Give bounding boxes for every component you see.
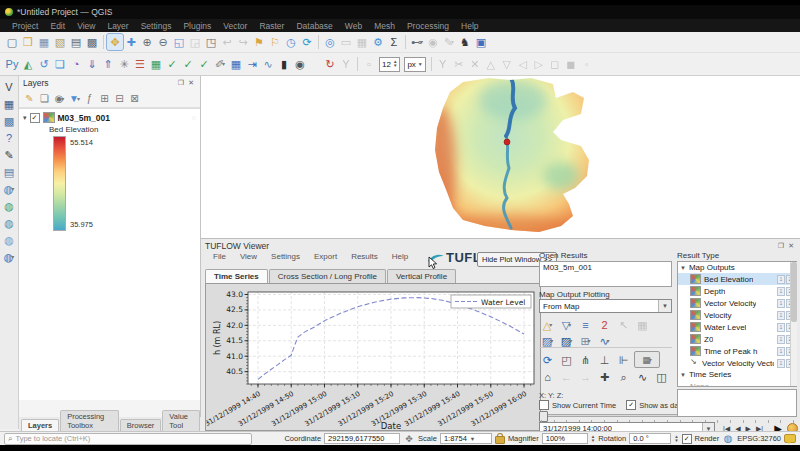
ascii-grid-icon[interactable]: ▦ [228,56,244,72]
time-series-group[interactable]: ▼ Time Series [678,369,796,380]
menu-item[interactable]: Mesh [368,21,401,31]
epsg-code[interactable]: EPSG:32760 [737,434,781,443]
layer-checkbox[interactable]: ✓ [30,113,40,123]
globe-light-icon[interactable]: ◍ [1,232,17,248]
check-files-2-icon[interactable]: ✓ [180,56,196,72]
time-series-chart[interactable]: 40.541.041.542.042.543.031/12/1999 14:40… [205,283,541,431]
tuflow-views-icon[interactable]: ◔ [68,56,84,72]
branch-tool-icon[interactable]: Y [338,56,354,72]
menu-item[interactable]: Processing [401,21,455,31]
tuflow-insert-icon[interactable]: ◭ [20,56,36,72]
result-type-item-velocity[interactable]: Velocity 12 [678,309,796,321]
filter-legend-icon[interactable]: ▼ [67,91,82,106]
menu-item[interactable]: Settings [135,21,178,31]
raster-tool-icon[interactable]: ▩ [1,113,17,129]
spinner-arrows-icon[interactable]: ▲▼ [674,435,678,443]
inactive-tool-5-icon[interactable]: ▽ [499,56,515,72]
menu-item[interactable]: Plugins [177,21,217,31]
zoom-full-extent-icon[interactable]: ◱ [171,34,187,50]
inactive-tool-9-icon[interactable]: ◼ [563,56,579,72]
globe-teal-icon[interactable]: ◍ [1,215,17,231]
expand-all-icon[interactable]: ⊞ [97,91,112,106]
menu-item[interactable]: Edit [44,21,71,31]
nominatim-search-icon[interactable]: ♞ [457,34,473,50]
forward-view-icon[interactable]: → [577,369,594,384]
menu-item[interactable]: Raster [253,21,290,31]
collapse-all-icon[interactable]: ⊟ [112,91,127,106]
new-annotation-icon[interactable]: ✎ [441,34,457,50]
pan-plot-icon[interactable]: ✚ [596,369,613,384]
tuflow-grid-icon[interactable]: ▦ [148,56,164,72]
statistical-summary-icon[interactable]: Σ [386,34,402,50]
map-tips-icon[interactable]: ◉ [425,34,441,50]
inactive-tool-1-icon[interactable]: Y [435,56,451,72]
cursor-tracking-icon[interactable]: ↖ [615,317,632,332]
save-project-icon[interactable]: ▦ [36,34,52,50]
result-type-item-depth[interactable]: Depth 12 [678,285,796,297]
menu-item[interactable]: Web [339,21,368,31]
inactive-tool-2-icon[interactable]: ✂ [451,56,467,72]
zoom-to-selection-icon[interactable]: ◲ [187,34,203,50]
render-checkbox[interactable]: Render [682,434,720,444]
legend-toggle-icon[interactable]: ⊩ [615,352,632,367]
add-group-icon[interactable]: ❏ [37,91,52,106]
map-outputs-group[interactable]: ▼ Map Outputs [678,262,796,273]
map-plot-style-2-icon[interactable]: ▨ [558,333,575,348]
toggle-plot-grid-icon[interactable]: ▦ [634,317,651,332]
globe-blue-icon[interactable]: ◍ [1,181,17,197]
inactive-tool-10-icon[interactable]: ◦ [579,56,595,72]
menu-item[interactable]: Vector [217,21,253,31]
dock-tab-layers[interactable]: Layers [21,419,59,431]
draw-ts-point-icon[interactable]: △ [539,317,556,332]
float-panel-icon[interactable]: ❐ [776,242,786,250]
close-panel-icon[interactable]: ✕ [786,242,796,250]
result-type-item-water-level[interactable]: Water Level 12 [678,321,796,333]
scrollbar-thumb[interactable] [791,262,797,322]
new-print-layout-icon[interactable]: ▤ [68,34,84,50]
refresh-map-icon[interactable]: ⟳ [299,34,315,50]
result-type-item-z0[interactable]: Z0 12 [678,333,796,345]
magnifier-value[interactable]: 100% [542,433,588,444]
manage-map-themes-icon[interactable]: ◉ [52,91,67,106]
batch-plot-icon[interactable]: ⊞ [577,333,594,348]
quick-map-services-icon[interactable]: ▣ [473,34,489,50]
plot-tab-vertical-profile[interactable]: Vertical Profile [387,269,456,283]
plot-export-icon[interactable]: ∿ [596,333,613,348]
scale-combo[interactable]: 1:8754▼ [440,433,492,444]
zoom-to-layer-icon[interactable]: ◳ [203,34,219,50]
globe-green-icon[interactable]: ◍ [1,198,17,214]
size-spinbox[interactable]: 12▲▼ [379,57,400,72]
new-spatial-bookmark-icon[interactable]: ⚑ [251,34,267,50]
close-panel-icon[interactable]: ✕ [186,79,196,87]
inactive-tool-7-icon[interactable]: ▷ [531,56,547,72]
tuflow-snap-icon[interactable]: ✳ [116,56,132,72]
map-output-plotting-combo[interactable]: From Map ▼ [539,299,672,313]
subplot-config-icon[interactable]: ∿ [634,369,651,384]
expander-icon[interactable]: ▾ [23,114,27,122]
menu-item[interactable]: Layer [101,21,134,31]
menu-item[interactable]: Help [455,21,484,31]
inactive-tool-8-icon[interactable]: ◻ [547,56,563,72]
zoom-plot-icon[interactable]: ⌕ [615,369,632,384]
open-attribute-table-icon[interactable]: ▦ [354,34,370,50]
clear-plot-icon[interactable]: ◰ [558,352,575,367]
dock-tab-processing-toolbox[interactable]: Processing Toolbox [60,410,119,431]
menu-item[interactable]: Results [345,252,384,261]
open-result-item-m03-5m-001[interactable]: M03_5m_001 [543,263,668,272]
lock-icon[interactable] [495,436,505,444]
tuflow-stack-icon[interactable]: ☰ [132,56,148,72]
dock-tab-browser[interactable]: Browser [120,419,162,431]
save-figure-icon[interactable]: ◫ [653,369,670,384]
key-search-icon[interactable]: ◉ [292,56,308,72]
tuflow-export-icon[interactable]: ⇑ [100,56,116,72]
home-view-icon[interactable]: ⌂ [539,369,556,384]
unit-combo[interactable]: px▼ [404,57,425,72]
locate-input[interactable]: ⌕ Type to locate (Ctrl+K) [4,433,252,445]
measure-line-icon[interactable]: ⊷ [409,34,425,50]
globe-dark-icon[interactable]: ◍ [1,249,17,265]
plot-tab-cross-section-long-profile[interactable]: Cross Section / Long Profile [269,269,386,283]
menu-item[interactable]: Help [386,252,414,261]
coordinate-input[interactable]: 292159,6177550 [324,433,400,444]
result-type-item-vector-velocity[interactable]: Vector Velocity 12 [678,297,796,309]
menu-item[interactable]: Settings [265,252,306,261]
